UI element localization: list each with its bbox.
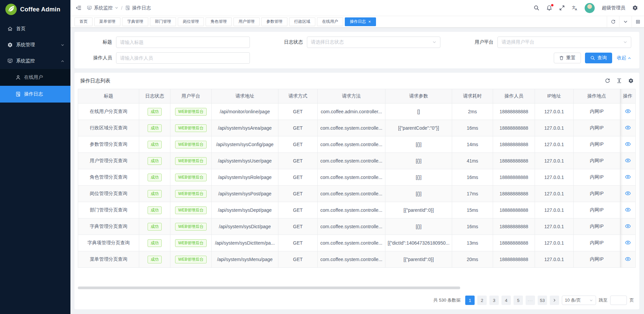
refresh-table-icon[interactable] <box>605 78 610 83</box>
view-detail-eye-icon[interactable] <box>625 108 631 114</box>
cell-url: /api/system/sysDictItem/pa... <box>212 235 278 251</box>
cell-url: /api/system/sysPost/page <box>212 186 278 202</box>
breadcrumb-item-operation-log[interactable]: 操作日志 <box>125 5 151 11</box>
cell-actions <box>620 120 636 136</box>
main-area: 系统监控 / 操作日志 文A 超级管理员 首页菜单管理字典 <box>70 0 644 314</box>
filter-panel: 标题 日志状态 请选择日志状态 用户平台 请选择用户平台 <box>74 32 639 68</box>
user-platform-select[interactable]: 请选择用户平台 <box>497 37 631 48</box>
cell-ip: 127.0.0.1 <box>535 235 574 251</box>
cell-title: 在线用户分页查询 <box>78 104 139 120</box>
tab-menu-chevron-icon[interactable] <box>619 16 632 27</box>
log-status-select[interactable]: 请选择日志状态 <box>307 37 441 48</box>
fullscreen-icon[interactable] <box>559 5 565 11</box>
cell-function: com.coffee.system.controlle... <box>318 235 385 251</box>
cell-status: 成功 <box>139 202 170 218</box>
platform-badge: WEB管理后台 <box>175 223 206 231</box>
table-zone: 标题日志状态用户平台请求地址请求方式请求方法请求参数请求耗时操作人员IP地址操作… <box>74 89 639 291</box>
page-button-5[interactable]: 5 <box>514 296 523 305</box>
sidebar-item-online-users[interactable]: 在线用户 <box>0 69 70 86</box>
username[interactable]: 超级管理员 <box>602 5 625 11</box>
table-row: 角色管理分页查询成功WEB管理后台/api/system/sysRole/pag… <box>78 169 636 186</box>
table-row: 部门管理分页查询成功WEB管理后台/api/system/sysDept/pag… <box>78 202 636 218</box>
tab-6[interactable]: 用户管理 <box>233 17 260 26</box>
search-button[interactable]: 查询 <box>585 53 612 63</box>
column-settings-icon[interactable] <box>628 78 634 83</box>
cell-params: [{"parentCode":"0"}] <box>385 120 452 136</box>
cell-ip: 127.0.0.1 <box>535 153 574 169</box>
sidebar-menu: 首页 系统管理 系统监控 在线用户 操作日志 <box>0 19 70 103</box>
view-detail-eye-icon[interactable] <box>625 207 631 213</box>
sidebar-item-system-monitor[interactable]: 系统监控 <box>0 53 70 69</box>
view-detail-eye-icon[interactable] <box>625 190 631 196</box>
tab-5[interactable]: 角色管理 <box>206 17 232 26</box>
column-header-actions: 操作 <box>620 89 636 104</box>
page-size-select[interactable]: 10 条/页 <box>562 296 596 305</box>
view-detail-eye-icon[interactable] <box>625 223 631 229</box>
search-icon[interactable] <box>534 5 539 11</box>
column-header-duration: 请求耗时 <box>452 89 493 104</box>
tab-close-icon[interactable]: × <box>368 19 371 24</box>
operator-input[interactable] <box>116 52 250 64</box>
breadcrumb-item-system-monitor[interactable]: 系统监控 <box>87 5 118 11</box>
page-button-53[interactable]: 53 <box>538 296 547 305</box>
tab-8[interactable]: 行政区域 <box>289 17 315 26</box>
cell-platform: WEB管理后台 <box>170 120 212 136</box>
tab-9[interactable]: 在线用户 <box>317 17 343 26</box>
cell-ip: 127.0.0.1 <box>535 251 574 268</box>
tab-3[interactable]: 部门管理 <box>150 17 176 26</box>
cell-method: GET <box>278 120 318 136</box>
jump-page-input[interactable] <box>610 296 627 305</box>
page-button-2[interactable]: 2 <box>477 296 487 305</box>
column-header-operator: 操作人员 <box>493 89 535 104</box>
cell-function: com.coffee.admin.controller... <box>318 104 385 120</box>
view-detail-eye-icon[interactable] <box>625 141 631 147</box>
view-detail-eye-icon[interactable] <box>625 256 631 262</box>
cell-actions <box>620 104 636 120</box>
app-logo[interactable]: Coffee Admin <box>0 0 70 19</box>
view-detail-eye-icon[interactable] <box>625 125 631 131</box>
tab-7[interactable]: 参数管理 <box>261 17 287 26</box>
page-button-1[interactable]: 1 <box>465 296 475 305</box>
tab-4[interactable]: 岗位管理 <box>178 17 204 26</box>
maximize-content-icon[interactable] <box>632 16 644 27</box>
translate-icon[interactable]: 文A <box>572 5 578 11</box>
cell-title: 岗位管理分页查询 <box>78 186 139 202</box>
collapse-filters-link[interactable]: 收起 <box>617 55 631 61</box>
page-button-4[interactable]: 4 <box>501 296 511 305</box>
sidebar-item-home[interactable]: 首页 <box>0 21 70 37</box>
sidebar-item-system-management[interactable]: 系统管理 <box>0 37 70 53</box>
cell-method: GET <box>278 153 318 169</box>
title-input[interactable] <box>116 37 250 48</box>
cell-ip: 127.0.0.1 <box>535 202 574 218</box>
row-density-icon[interactable] <box>616 78 622 83</box>
sidebar-item-operation-log[interactable]: 操作日志 <box>0 86 70 103</box>
cell-method: GET <box>278 235 318 251</box>
platform-badge: WEB管理后台 <box>175 256 206 263</box>
user-avatar[interactable] <box>585 3 595 13</box>
cell-title: 用户管理分页查询 <box>78 153 139 169</box>
cell-actions <box>620 202 636 218</box>
view-detail-eye-icon[interactable] <box>625 158 631 164</box>
settings-gear-icon[interactable] <box>632 5 638 11</box>
tab-2[interactable]: 字典管理 <box>122 17 148 26</box>
page-button-3[interactable]: 3 <box>489 296 499 305</box>
reset-button[interactable]: 重置 <box>554 53 581 63</box>
refresh-tab-icon[interactable] <box>607 16 619 27</box>
cell-location: 内网IP <box>574 202 620 218</box>
view-detail-eye-icon[interactable] <box>625 174 631 180</box>
cell-function: com.coffee.system.controlle... <box>318 136 385 153</box>
cell-platform: WEB管理后台 <box>170 186 212 202</box>
next-page-button[interactable] <box>550 296 559 305</box>
sidebar: Coffee Admin 首页 系统管理 系统监控 在线用户 <box>0 0 70 314</box>
cell-method: GET <box>278 186 318 202</box>
notification-bell-icon[interactable] <box>546 5 552 11</box>
cell-platform: WEB管理后台 <box>170 104 212 120</box>
tab-0[interactable]: 首页 <box>74 17 93 26</box>
menu-fold-icon[interactable] <box>76 5 82 11</box>
view-detail-eye-icon[interactable] <box>625 240 631 246</box>
pagination-total: 共 530 条数据 <box>433 297 461 303</box>
platform-badge: WEB管理后台 <box>175 174 206 181</box>
tab-10[interactable]: 操作日志× <box>345 17 376 26</box>
horizontal-scrollbar[interactable] <box>78 287 460 289</box>
tab-1[interactable]: 菜单管理 <box>94 17 120 26</box>
